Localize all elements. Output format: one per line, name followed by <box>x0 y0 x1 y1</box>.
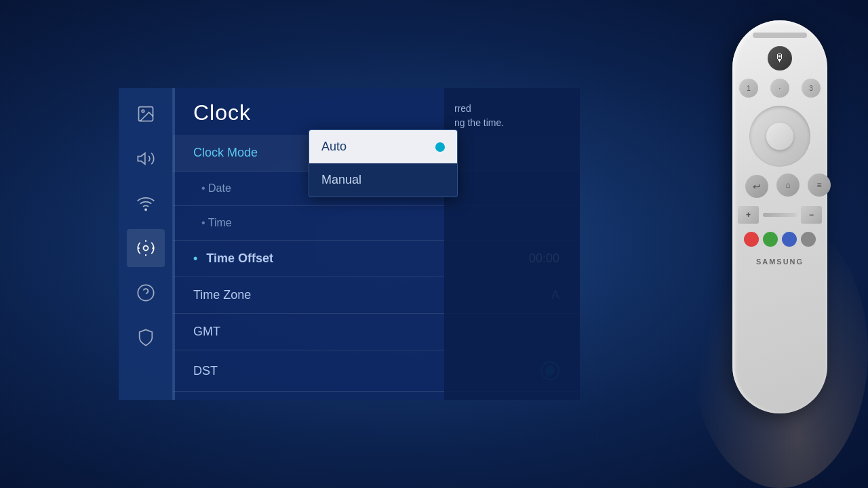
sidebar-item-security[interactable] <box>127 319 165 357</box>
remote-control: 🎙 1 · 3 ↩ ⌂ ≡ + − <box>712 20 848 441</box>
samsung-logo: SAMSUNG <box>756 258 804 266</box>
sidebar <box>119 88 173 400</box>
svg-point-1 <box>142 110 144 113</box>
clock-mode-label: Clock Mode <box>193 146 258 160</box>
remote-vol-minus[interactable]: + <box>738 206 759 224</box>
remote-btn-blue[interactable] <box>782 232 797 247</box>
svg-point-5 <box>138 285 153 300</box>
tv-frame: Clock Clock Mode Auto Manual <box>0 0 868 488</box>
selected-dot <box>435 142 445 152</box>
remote-btn-1[interactable]: 1 <box>739 79 758 98</box>
svg-marker-2 <box>138 153 145 164</box>
remote-btn-yellow[interactable] <box>801 232 816 247</box>
svg-point-3 <box>144 209 146 210</box>
remote-back-button[interactable]: ↩ <box>745 175 768 198</box>
remote-btn-red[interactable] <box>744 232 759 247</box>
sidebar-item-system[interactable] <box>127 229 165 267</box>
remote-dpad[interactable] <box>749 106 810 167</box>
divider-line <box>173 88 175 400</box>
remote-dpad-center[interactable] <box>766 123 793 150</box>
info-text: rredng the time. <box>454 102 570 130</box>
remote-vol-plus[interactable]: − <box>801 206 822 224</box>
dropdown-option-auto[interactable]: Auto <box>309 130 457 163</box>
dst-label: DST <box>193 364 218 378</box>
time-offset-label: • Time Offset <box>193 251 273 266</box>
remote-menu-button[interactable]: ≡ <box>808 174 831 197</box>
dropdown-option-manual[interactable]: Manual <box>309 163 457 197</box>
remote-btn-2[interactable]: · <box>770 79 789 98</box>
svg-point-4 <box>143 246 148 251</box>
remote-btn-3[interactable]: 3 <box>802 79 821 98</box>
remote-small-buttons: 1 · 3 <box>739 79 821 98</box>
time-zone-label: Time Zone <box>193 288 251 302</box>
remote-home-button[interactable]: ⌂ <box>776 174 800 197</box>
menu-overlay: Clock Clock Mode Auto Manual <box>119 88 580 400</box>
info-panel: rredng the time. <box>444 88 580 400</box>
sidebar-item-picture[interactable] <box>127 95 165 133</box>
remote-btn-green[interactable] <box>763 232 778 247</box>
remote-color-buttons <box>744 232 816 247</box>
remote-mic-button[interactable]: 🎙 <box>768 46 792 70</box>
sidebar-item-support[interactable] <box>127 274 165 312</box>
gmt-label: GMT <box>193 325 220 339</box>
clock-mode-dropdown[interactable]: Auto Manual <box>309 129 458 197</box>
date-label: Date <box>193 182 231 195</box>
remote-volume-area: + − <box>738 206 822 224</box>
sidebar-item-sound[interactable] <box>127 140 165 178</box>
time-label: Time <box>193 217 232 229</box>
remote-body: 🎙 1 · 3 ↩ ⌂ ≡ + − <box>732 20 827 413</box>
remote-top-bar <box>753 33 807 38</box>
sidebar-item-network[interactable] <box>127 184 165 222</box>
remote-vol-slider <box>763 213 797 217</box>
